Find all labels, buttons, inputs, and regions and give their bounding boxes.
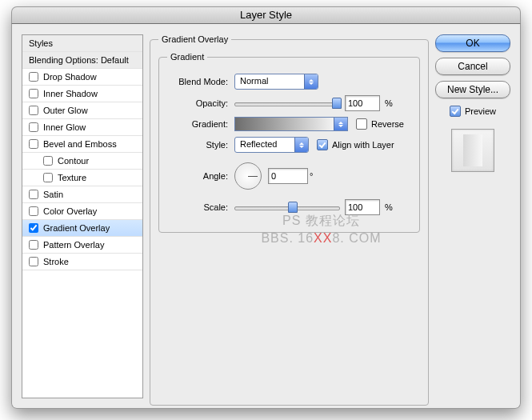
preview-label: Preview [465,106,496,116]
style-value: Reflected [235,138,294,152]
gradient-label: Gradient: [167,119,234,129]
gradient-swatch[interactable] [234,117,348,131]
sidebar-item-color-overlay[interactable]: Color Overlay [22,203,142,220]
scale-label: Scale: [167,202,234,212]
sidebar-item-checkbox[interactable] [29,257,38,266]
sidebar-item-checkbox[interactable] [29,122,38,132]
window-title: Layer Style [240,9,292,21]
sidebar-item-checkbox[interactable] [29,72,38,82]
sidebar-item-checkbox[interactable] [29,89,38,98]
blend-mode-label: Blend Mode: [167,77,234,86]
sidebar-item-bevel-and-emboss[interactable]: Bevel and Emboss [22,136,142,153]
sidebar-item-checkbox[interactable] [29,139,38,149]
sidebar-item-satin[interactable]: Satin [22,186,142,203]
sidebar-item-inner-shadow[interactable]: Inner Shadow [22,86,142,102]
sidebar-item-label: Color Overlay [43,206,97,216]
sidebar-item-label: Drop Shadow [43,72,97,82]
settings-panel: Gradient Overlay Gradient Blend Mode: No… [150,34,429,398]
sidebar-item-contour[interactable]: Contour [22,153,142,170]
scale-slider[interactable] [234,202,340,213]
sidebar-item-label: Gradient Overlay [43,223,110,233]
sidebar-item-checkbox[interactable] [29,190,38,199]
sidebar-item-label: Texture [58,173,86,182]
sidebar-item-label: Inner Glow [43,122,86,132]
opacity-unit: % [385,98,393,108]
angle-wheel[interactable] [234,162,262,190]
sidebar-item-label: Inner Shadow [43,89,98,98]
sidebar-item-drop-shadow[interactable]: Drop Shadow [22,69,142,86]
sidebar-item-texture[interactable]: Texture [22,170,142,186]
sidebar-item-checkbox[interactable] [29,223,38,233]
chevron-updown-icon [334,118,347,130]
cancel-button[interactable]: Cancel [435,58,510,75]
sidebar-item-checkbox[interactable] [29,106,38,115]
sidebar-item-checkbox[interactable] [29,240,38,250]
sidebar-blending-label: Blending Options: Default [29,55,129,65]
angle-unit: ° [310,171,313,181]
reverse-checkbox[interactable] [356,118,367,130]
sidebar-header-label: Styles [29,38,53,48]
sidebar-item-checkbox[interactable] [29,206,38,216]
scale-unit: % [385,202,393,212]
sidebar-item-label: Pattern Overlay [43,240,104,250]
sidebar-blending-options[interactable]: Blending Options: Default [22,52,142,69]
opacity-label: Opacity: [167,98,234,108]
sidebar-item-checkbox[interactable] [43,173,53,182]
preview-checkbox[interactable] [450,106,461,117]
blend-mode-value: Normal [235,74,304,89]
window-titlebar: Layer Style [11,6,521,24]
sidebar-item-label: Stroke [43,257,69,266]
style-select[interactable]: Reflected [234,137,309,153]
sidebar-styles-header[interactable]: Styles [22,35,142,52]
reverse-label: Reverse [371,119,404,129]
sidebar-item-label: Outer Glow [43,106,88,115]
blend-mode-select[interactable]: Normal [234,74,318,90]
opacity-slider[interactable] [234,98,340,109]
sidebar-item-label: Contour [58,156,89,166]
chevron-updown-icon [304,74,318,89]
ok-button[interactable]: OK [435,34,510,52]
align-checkbox[interactable] [317,139,328,150]
sidebar-item-outer-glow[interactable]: Outer Glow [22,102,142,119]
new-style-button[interactable]: New Style... [435,81,510,98]
sidebar-item-inner-glow[interactable]: Inner Glow [22,119,142,136]
action-column: OK Cancel New Style... Preview [435,34,510,398]
styles-sidebar: Styles Blending Options: Default Drop Sh… [22,34,143,398]
gradient-group-title: Gradient [167,52,207,62]
sidebar-item-checkbox[interactable] [43,156,53,166]
scale-field[interactable] [345,199,380,215]
align-label: Align with Layer [332,140,394,150]
opacity-field[interactable] [345,95,380,111]
angle-field[interactable] [268,168,308,184]
gradient-preview [235,118,334,130]
style-label: Style: [167,140,234,150]
panel-title: Gradient Overlay [158,34,231,44]
sidebar-item-gradient-overlay[interactable]: Gradient Overlay [22,220,142,237]
sidebar-item-pattern-overlay[interactable]: Pattern Overlay [22,237,142,254]
preview-thumbnail [451,129,494,172]
sidebar-item-label: Satin [43,190,63,199]
sidebar-item-label: Bevel and Emboss [43,139,117,149]
angle-label: Angle: [167,171,234,181]
chevron-updown-icon [294,138,308,152]
sidebar-item-stroke[interactable]: Stroke [22,254,142,270]
